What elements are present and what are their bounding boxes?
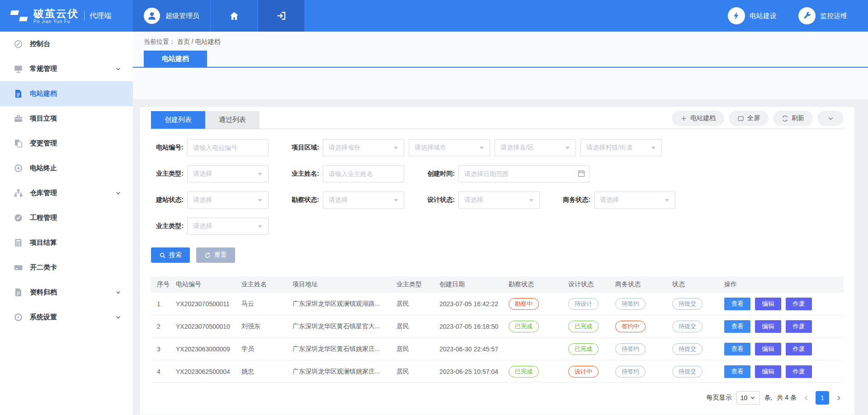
void-button[interactable]: 作废 (786, 365, 812, 378)
station-no-label: 电站编号: (151, 144, 184, 152)
chevron-down-icon (750, 395, 755, 401)
sidebar-item[interactable]: 常规管理 (0, 56, 133, 81)
void-button[interactable]: 作废 (786, 343, 812, 355)
tab-create-list[interactable]: 创建列表 (151, 111, 205, 129)
create-station-button[interactable]: 电站建档 (672, 111, 724, 126)
owner-type-select[interactable]: 请选择 (187, 165, 269, 182)
column-header: 勘察状态 (509, 280, 568, 289)
owner-type: 居民 (396, 300, 439, 308)
province-select[interactable]: 请选择省份 (323, 139, 404, 156)
nav-monitor-ops-label: 监控运维 (820, 12, 847, 20)
status-badge: 待提交 (672, 343, 703, 355)
filter-actions: 搜索 重置 (151, 244, 844, 266)
logout-icon (276, 10, 287, 21)
fullscreen-button[interactable]: 全屏 (729, 111, 769, 126)
page-tab[interactable]: 电站建档 (144, 51, 207, 67)
chevron-down-icon (827, 115, 834, 121)
sidebar-item[interactable]: 项目立项 (0, 106, 133, 131)
edit-button[interactable]: 编辑 (755, 298, 781, 310)
view-button[interactable]: 查看 (724, 320, 750, 333)
edit-button[interactable]: 编辑 (755, 343, 781, 355)
collapse-toolbar-button[interactable] (817, 111, 844, 126)
status-status-cell: 待提交 (672, 343, 724, 355)
owner-name: 刘强东 (241, 322, 292, 331)
row-actions: 查看编辑作废 (724, 343, 844, 355)
logout-button[interactable] (258, 0, 304, 32)
city-select[interactable]: 请选择城市 (409, 139, 490, 156)
business-status-cell: 待签约 (615, 343, 672, 355)
table-row: 4YX2023062500004姚忠广东深圳龙华区观澜镇姚家庄...居民2023… (151, 360, 844, 383)
status-badge: 待签约 (615, 343, 646, 355)
sidebar-item[interactable]: 控制台 (0, 32, 133, 56)
row-actions: 查看编辑作废 (724, 320, 844, 333)
view-button[interactable]: 查看 (724, 343, 750, 355)
prev-page-button[interactable] (801, 391, 811, 405)
status-status-cell: 待提交 (672, 298, 724, 310)
column-header: 序号 (157, 280, 176, 289)
refresh-button[interactable]: 刷新 (773, 111, 813, 126)
owner-name-input[interactable] (323, 165, 404, 182)
search-button[interactable]: 搜索 (151, 247, 190, 263)
business-status-select[interactable]: 请选择 (594, 191, 675, 209)
station-archive-panel: 创建列表 通过列表 电站建档 全屏 刷新 (140, 107, 854, 415)
edit-button[interactable]: 编辑 (755, 320, 781, 333)
page-size-select[interactable]: 10 (736, 391, 760, 405)
home-button[interactable] (211, 0, 257, 32)
survey-status-cell: 已完成 (509, 321, 568, 332)
sidebar-item-label: 工程管理 (30, 214, 57, 222)
status-badge: 已完成 (509, 366, 539, 378)
void-button[interactable]: 作废 (786, 320, 812, 333)
caret-down-icon (258, 199, 263, 202)
sidebar-item[interactable]: 仓库管理 (0, 181, 133, 205)
chevron-down-icon (115, 314, 121, 320)
sidebar-item[interactable]: 工程管理 (0, 205, 133, 230)
owner-type: 居民 (396, 368, 439, 376)
sidebar-item[interactable]: 电站终止 (0, 156, 133, 181)
sidebar-item[interactable]: 电站建档 (0, 81, 133, 106)
void-button[interactable]: 作废 (786, 298, 812, 310)
reset-button[interactable]: 重置 (196, 247, 235, 263)
sidebar-item[interactable]: 系统设置 (0, 305, 133, 330)
owner-type2-select[interactable]: 请选择 (187, 218, 269, 235)
user-menu[interactable]: 超级管理员 (133, 0, 210, 32)
caret-down-icon (665, 199, 670, 202)
sidebar-item[interactable]: 开二类卡 (0, 255, 133, 280)
owner-name: 马云 (241, 300, 292, 308)
sidebar-item-label: 系统设置 (30, 313, 57, 322)
column-header: 电站编号 (176, 280, 241, 289)
column-header: 商务状态 (615, 280, 672, 289)
view-button[interactable]: 查看 (724, 298, 750, 310)
next-page-button[interactable] (834, 391, 844, 405)
column-header: 状态 (672, 280, 724, 289)
district-select[interactable]: 请选择县/区 (495, 139, 576, 156)
caret-down-icon (258, 225, 263, 228)
town-select[interactable]: 请选择村镇/街道 (580, 139, 662, 156)
sidebar-item[interactable]: 项目结算 (0, 230, 133, 255)
breadcrumb-current: 电站建档 (195, 38, 221, 45)
design-status-select[interactable]: 请选择 (458, 191, 540, 209)
page-number-button[interactable]: 1 (816, 391, 829, 405)
breadcrumb-home-link[interactable]: 首页 (177, 38, 190, 45)
build-status-select[interactable]: 请选择 (187, 191, 269, 209)
tab-passed-list[interactable]: 通过列表 (205, 111, 259, 129)
breadcrumb-separator: / (192, 38, 195, 45)
sidebar-item[interactable]: 变更管理 (0, 131, 133, 156)
project-address: 广东深圳龙华区黄石镇姚家庄... (292, 345, 396, 353)
survey-status-select[interactable]: 请选择 (323, 191, 404, 209)
card-icon (14, 263, 23, 272)
date-range-input[interactable] (458, 165, 590, 182)
station-code: YX2023070500011 (176, 300, 241, 308)
target-icon (14, 312, 23, 322)
edit-button[interactable]: 编辑 (755, 365, 781, 378)
business-status-label: 商务状态: (558, 196, 590, 204)
sidebar-item[interactable]: 资料归档 (0, 280, 133, 305)
avatar (144, 8, 160, 24)
status-badge: 勘察中 (509, 298, 539, 310)
station-no-input[interactable] (187, 139, 269, 156)
status-badge: 待提交 (672, 321, 703, 332)
per-page-label: 每页显示 (707, 394, 732, 402)
nav-station-build[interactable]: 电站建设 (728, 7, 777, 24)
view-button[interactable]: 查看 (724, 365, 750, 378)
column-header: 业主类型 (396, 280, 439, 289)
nav-monitor-ops[interactable]: 监控运维 (798, 7, 847, 24)
